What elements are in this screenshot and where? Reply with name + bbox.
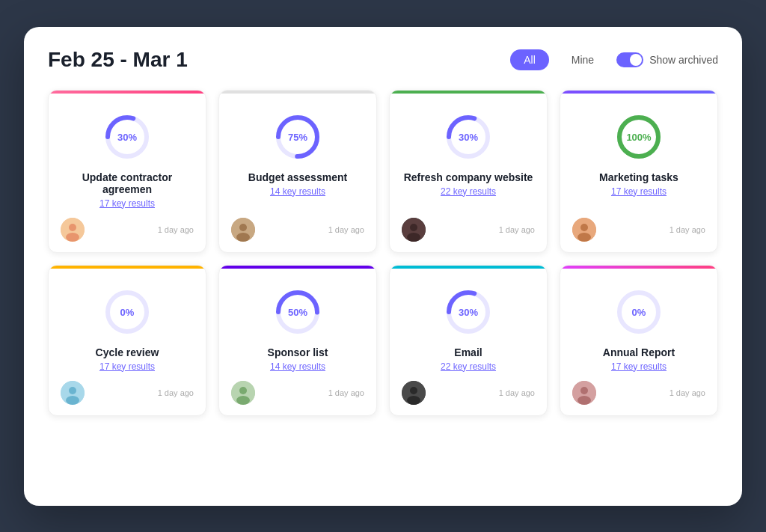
card-footer: 1 day ago <box>402 381 535 405</box>
progress-label: 50% <box>288 306 307 317</box>
card-footer: 1 day ago <box>572 218 705 242</box>
svg-point-3 <box>69 224 76 231</box>
card-footer: 1 day ago <box>61 218 194 242</box>
progress-label: 75% <box>288 131 307 142</box>
progress-ring: 0% <box>615 288 663 336</box>
header: Feb 25 - Mar 1 All Mine Show archived <box>48 48 718 72</box>
card-key-results[interactable]: 22 key results <box>441 361 496 372</box>
progress-label: 30% <box>117 131 137 142</box>
time-ago: 1 day ago <box>158 388 194 397</box>
card-cycle-review[interactable]: 0% Cycle review 17 key results 1 day ago <box>48 265 206 416</box>
avatar <box>402 218 426 242</box>
progress-label: 0% <box>120 306 135 317</box>
card-title: Email <box>454 346 482 358</box>
progress-label: 30% <box>459 306 478 317</box>
toggle-knob <box>630 54 642 66</box>
svg-point-38 <box>580 387 588 394</box>
time-ago: 1 day ago <box>670 388 705 397</box>
svg-point-34 <box>407 396 420 405</box>
card-key-results[interactable]: 14 key results <box>270 186 325 197</box>
svg-point-23 <box>69 387 76 394</box>
progress-label: 0% <box>632 306 646 317</box>
card-footer: 1 day ago <box>231 218 364 242</box>
time-ago: 1 day ago <box>499 225 535 234</box>
time-ago: 1 day ago <box>158 225 194 234</box>
progress-ring: 100% <box>615 113 663 161</box>
svg-point-24 <box>66 396 79 405</box>
svg-point-29 <box>236 396 250 405</box>
avatar <box>61 218 85 242</box>
card-title: Marketing tasks <box>599 171 678 183</box>
progress-label: 100% <box>626 131 651 142</box>
time-ago: 1 day ago <box>328 225 364 234</box>
progress-ring: 30% <box>444 288 492 336</box>
progress-ring: 75% <box>274 113 322 161</box>
cards-grid: 30% Update contractor agreemen 17 key re… <box>48 90 718 416</box>
filter-mine-button[interactable]: Mine <box>558 49 607 70</box>
filter-all-button[interactable]: All <box>510 49 549 70</box>
progress-ring: 30% <box>444 113 492 161</box>
card-title: Cycle review <box>96 346 159 358</box>
svg-point-4 <box>66 233 79 242</box>
header-controls: All Mine Show archived <box>510 49 718 70</box>
avatar <box>231 218 255 242</box>
avatar <box>572 381 596 405</box>
time-ago: 1 day ago <box>499 388 535 397</box>
svg-point-39 <box>577 396 591 405</box>
progress-ring: 50% <box>274 288 322 336</box>
card-title: Budget assessment <box>248 171 347 183</box>
date-range-title: Feb 25 - Mar 1 <box>48 48 188 72</box>
card-key-results[interactable]: 14 key results <box>270 361 325 372</box>
avatar <box>402 381 426 405</box>
card-footer: 1 day ago <box>231 381 364 405</box>
progress-label: 30% <box>459 131 478 142</box>
svg-point-8 <box>239 224 247 231</box>
show-archived-label: Show archived <box>649 54 718 66</box>
card-title: Update contractor agreemen <box>61 171 194 195</box>
svg-point-9 <box>236 233 250 242</box>
time-ago: 1 day ago <box>328 388 364 397</box>
svg-point-14 <box>407 233 420 242</box>
card-key-results[interactable]: 17 key results <box>99 198 155 209</box>
card-key-results[interactable]: 17 key results <box>611 186 667 197</box>
progress-ring: 0% <box>103 288 151 336</box>
card-footer: 1 day ago <box>402 218 535 242</box>
card-key-results[interactable]: 22 key results <box>441 186 496 197</box>
time-ago: 1 day ago <box>670 225 705 234</box>
card-footer: 1 day ago <box>572 381 705 405</box>
card-annual-report[interactable]: 0% Annual Report 17 key results 1 day ag… <box>560 265 718 416</box>
card-marketing-tasks[interactable]: 100% Marketing tasks 17 key results 1 da… <box>560 90 718 253</box>
show-archived-control: Show archived <box>616 52 718 67</box>
svg-point-33 <box>410 387 417 394</box>
card-email[interactable]: 30% Email 22 key results 1 day ago <box>389 265 548 416</box>
card-key-results[interactable]: 17 key results <box>611 361 667 372</box>
svg-point-28 <box>239 387 247 394</box>
card-refresh-company-website[interactable]: 30% Refresh company website 22 key resul… <box>389 90 548 253</box>
card-footer: 1 day ago <box>61 381 194 405</box>
card-update-contractor[interactable]: 30% Update contractor agreemen 17 key re… <box>48 90 206 253</box>
progress-ring: 30% <box>103 113 151 161</box>
main-container: Feb 25 - Mar 1 All Mine Show archived 30… <box>24 27 742 506</box>
svg-point-19 <box>577 233 591 242</box>
card-budget-assessment[interactable]: 75% Budget assessment 14 key results 1 d… <box>218 90 377 253</box>
card-key-results[interactable]: 17 key results <box>99 361 155 372</box>
card-sponsor-list[interactable]: 50% Sponsor list 14 key results 1 day ag… <box>218 265 377 416</box>
card-title: Sponsor list <box>268 346 328 358</box>
avatar <box>61 381 85 405</box>
avatar <box>231 381 255 405</box>
card-title: Annual Report <box>603 346 675 358</box>
card-title: Refresh company website <box>404 171 533 183</box>
svg-point-18 <box>580 224 588 231</box>
svg-point-13 <box>410 224 417 231</box>
show-archived-toggle[interactable] <box>616 52 643 67</box>
avatar <box>572 218 596 242</box>
